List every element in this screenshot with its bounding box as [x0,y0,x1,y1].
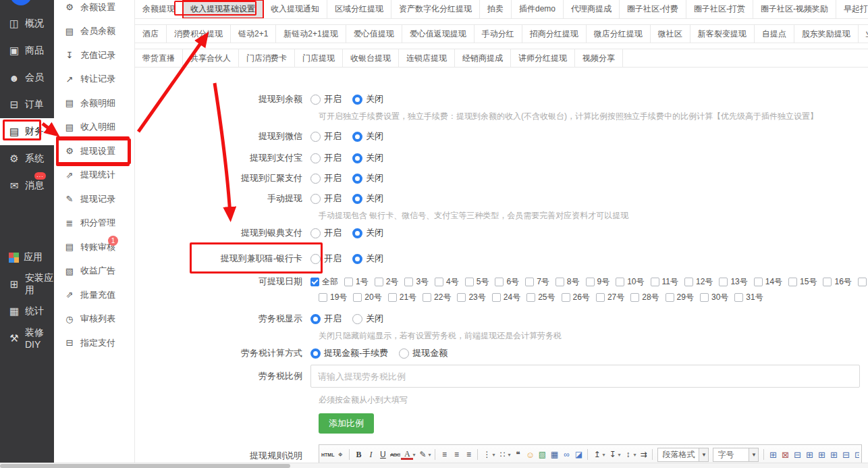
tab-item[interactable]: 收入提现基础设置 [183,0,263,18]
eraser-icon[interactable]: ◪ [572,448,585,461]
day-checkbox[interactable]: 9号 [586,276,610,288]
tab-item[interactable]: 新客裂变提现 [690,25,755,43]
day-checkbox-all[interactable]: 全部 [310,276,338,288]
day-checkbox[interactable]: 7号 [525,276,549,288]
sidebar-item[interactable]: ▤ 财务 [0,118,54,145]
radio-option-on[interactable]: 开启 [310,313,342,325]
radio-option-on[interactable]: 开启 [310,253,342,265]
day-checkbox[interactable]: 20号 [353,292,381,303]
submenu-item[interactable]: ▤ 余额明细 [54,91,134,115]
submenu-item[interactable]: ⊟ 指定支付 [54,331,134,355]
table-full-icon[interactable]: ⊡ [852,448,859,461]
submenu-item[interactable]: ▧ 收益广告 [54,259,134,284]
tax-ratio-input[interactable] [310,365,860,388]
day-checkbox[interactable]: 11号 [651,276,678,288]
day-checkbox[interactable]: 12号 [684,276,713,288]
caret-icon[interactable]: ▾ [616,448,622,461]
day-checkbox[interactable]: 28号 [630,292,659,303]
radio-option-on[interactable]: 开启 [310,152,342,164]
emoticon-icon[interactable]: ☺ [524,448,536,461]
tab-item[interactable]: 业绩奖励提现 [859,25,868,43]
day-checkbox[interactable]: 2号 [375,276,399,288]
tab-item[interactable]: 连锁店提现 [399,49,455,67]
tab-item[interactable]: 带货直播 [135,49,183,67]
sidebar-item[interactable]: ▦ 统计 [0,298,54,325]
tab-item[interactable]: 微店分红提现 [587,25,651,43]
add-ratio-button[interactable]: 添加比例 [319,413,374,434]
insert-video-icon[interactable]: ▦ [548,448,560,461]
align-right-icon[interactable]: ≡ [462,448,474,461]
tab-item[interactable]: 链动2+1 [231,25,276,43]
tab-item[interactable]: 手动分红 [474,25,522,43]
day-checkbox[interactable]: 15号 [788,276,817,288]
indent-icon[interactable]: ⇉ [637,448,649,461]
day-checkbox[interactable]: 25号 [526,292,555,303]
paragraph-format-select[interactable]: 段落格式 ▼ [657,448,709,462]
tab-item[interactable]: 新链动2+1提现 [276,25,346,43]
blockquote-icon[interactable]: ❝ [512,448,524,461]
insert-col-icon[interactable]: ⊞ [815,448,828,461]
radio-option-off[interactable]: 关闭 [352,172,383,184]
tab-item[interactable]: 消费积分提现 [167,25,231,43]
tab-item[interactable]: 讲师分红提现 [511,49,575,67]
submenu-item[interactable]: ⇗ 批量充值 [54,283,134,307]
tab-item[interactable]: 微社区 [651,25,690,43]
tab-item[interactable]: 爱心值提现 [346,25,402,43]
caret-icon[interactable]: ▾ [411,448,416,461]
tab-item[interactable]: 酒店 [135,25,167,43]
submenu-item[interactable]: ✎ 提现记录 [54,187,134,211]
day-checkbox[interactable]: 8号 [555,276,580,288]
insert-row-icon[interactable]: ⊞ [803,448,815,461]
tab-item[interactable]: 资产数字化分红提现 [391,0,480,18]
caret-icon[interactable]: ▾ [506,448,512,461]
align-center-icon[interactable]: ≡ [450,448,462,461]
sidebar-item[interactable]: 应用 [0,244,54,271]
font-size-select[interactable]: 字号 ▼ [713,448,759,462]
divider-icon[interactable] [435,449,435,460]
strikethrough-icon[interactable]: ABC [389,448,401,461]
submenu-item[interactable]: ▤ 转账审核 1 [54,235,134,259]
radio-option-off[interactable]: 关闭 [352,93,383,105]
radio-option-on[interactable]: 开启 [310,192,342,205]
day-checkbox[interactable]: 21号 [388,292,416,303]
tab-item[interactable]: 收银台提现 [343,49,399,67]
radio-option-off[interactable]: 关闭 [352,130,383,142]
tab-item[interactable]: 门店提现 [295,49,343,67]
tab-item[interactable]: 早起打卡收入提现 [836,0,868,18]
day-checkbox[interactable]: 17号 [858,276,868,288]
tab-item[interactable]: 自提点 [755,25,794,43]
tab-item[interactable]: 圈子社区-付费 [620,0,686,18]
insert-image-icon[interactable]: ▧ [536,448,548,461]
sidebar-item[interactable]: ▣ 商品 [0,37,54,64]
day-checkbox[interactable]: 3号 [404,276,429,288]
day-checkbox[interactable]: 16号 [823,276,851,288]
radio-option-amount[interactable]: 提现金额 [399,347,447,359]
radio-option-amount-minus-fee[interactable]: 提现金额-手续费 [310,347,388,359]
sidebar-item[interactable]: ⊟ 订单 [0,91,54,118]
tab-item[interactable]: 经销商提成 [455,49,511,67]
day-checkbox[interactable]: 26号 [562,292,590,303]
caret-icon[interactable]: ▾ [427,448,432,461]
italic-icon[interactable]: I [364,448,377,461]
horizontal-scrollbar-thumb[interactable] [0,464,290,468]
day-checkbox[interactable]: 24号 [492,292,520,303]
html-source-icon[interactable]: HTML [321,448,334,461]
submenu-item[interactable]: ⚙ 提现设置 [54,139,134,163]
tab-item[interactable]: 视频分享 [575,49,623,67]
sidebar-item[interactable]: ☻ 会员 [0,64,54,91]
radio-option-on[interactable]: 开启 [310,93,342,105]
submenu-item[interactable]: ⇗ 提现统计 [54,163,134,188]
tab-item[interactable]: 区域分红提现 [327,0,391,18]
day-checkbox[interactable]: 30号 [700,292,728,303]
radio-option-off[interactable]: 关闭 [352,152,383,164]
day-checkbox[interactable]: 10号 [616,276,644,288]
divider-icon[interactable] [587,449,588,460]
split-cell-icon[interactable]: ⊟ [840,448,852,461]
day-checkbox[interactable]: 1号 [344,276,369,288]
caret-icon[interactable]: ▾ [491,448,496,461]
tab-item[interactable]: 圈子社区-打赏 [686,0,753,18]
sidebar-item[interactable]: ⊞ 安装应用 [0,271,54,298]
merge-cells-icon[interactable]: ⊞ [828,448,840,461]
radio-option-off[interactable]: 关闭 [352,227,383,239]
caret-icon[interactable]: ▾ [601,448,606,461]
